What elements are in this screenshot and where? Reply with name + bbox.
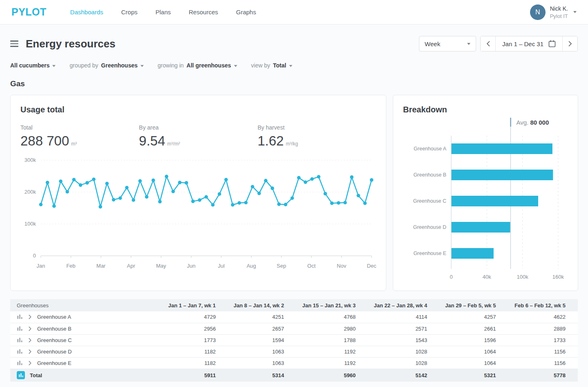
calendar-icon <box>548 40 556 47</box>
chevron-right-icon[interactable] <box>28 327 32 331</box>
breakdown-card: Breakdown 040k100k160kAvg. 80 000Greenho… <box>393 95 578 291</box>
period-select[interactable]: Week <box>419 36 476 51</box>
table-col-header-week-2: Jan 8 – Jan 14, wk 2 <box>221 299 290 311</box>
chevron-right-icon[interactable] <box>28 361 32 365</box>
stat-label: By area <box>139 124 257 131</box>
chevron-right-icon[interactable] <box>28 315 32 319</box>
row-label: Total <box>30 372 42 378</box>
svg-text:Greenhouse A: Greenhouse A <box>414 146 447 152</box>
nav-item-dashboards[interactable]: Dashboards <box>70 9 103 16</box>
stat-by-harvest: By harvest1.62m³/kg <box>258 124 376 149</box>
chevron-right-icon[interactable] <box>28 349 32 354</box>
expand-row-icon[interactable] <box>28 315 32 319</box>
next-period-button[interactable] <box>563 36 577 51</box>
table-cell: 2889 <box>501 323 578 334</box>
stat-value: 288 700m³ <box>20 133 139 149</box>
stat-unit: m³ <box>71 141 77 147</box>
table-cell: 4251 <box>221 311 290 323</box>
bar-chart-icon[interactable] <box>17 314 23 320</box>
stat-label: By harvest <box>258 124 376 131</box>
table-cell-total: 5321 <box>433 369 501 382</box>
growing-in-filter[interactable]: growing inAll greenhouses <box>158 62 237 69</box>
expand-row-icon[interactable] <box>28 327 32 331</box>
date-range-picker: Jan 1 – Dec 31 <box>480 36 578 51</box>
menu-icon[interactable] <box>10 39 18 49</box>
stat-unit: m³/m² <box>167 141 180 147</box>
chevron-down-icon <box>573 11 577 13</box>
row-label: Greenhouse A <box>37 314 71 320</box>
table-cell: 2661 <box>433 323 501 334</box>
chevron-down-icon <box>52 65 56 67</box>
bar-chart-icon[interactable] <box>17 349 23 355</box>
prev-period-button[interactable] <box>481 36 495 51</box>
svg-text:Mar: Mar <box>96 263 106 269</box>
svg-text:Greenhouse D: Greenhouse D <box>413 224 446 230</box>
svg-text:Oct: Oct <box>307 263 316 269</box>
bar-chart-icon[interactable] <box>17 326 23 332</box>
chevron-down-icon <box>289 65 292 67</box>
table-row-total[interactable]: Total591153145960514253215778 <box>10 369 578 382</box>
user-menu[interactable]: N Nick K. Pylot IT <box>530 4 577 20</box>
greenhouses-table: GreenhousesJan 1 – Jan 7, wk 1Jan 8 – Ja… <box>10 299 578 382</box>
expand-row-icon[interactable] <box>28 349 32 354</box>
chevron-right-icon <box>568 41 572 47</box>
expand-row-icon[interactable] <box>28 361 32 365</box>
date-range-button[interactable]: Jan 1 – Dec 31 <box>495 36 563 51</box>
stat-value: 1.62m³/kg <box>258 133 376 149</box>
nav-item-crops[interactable]: Crops <box>121 9 138 16</box>
table-cell: 1182 <box>156 357 221 369</box>
nav-item-plans[interactable]: Plans <box>156 9 171 16</box>
svg-text:Jul: Jul <box>218 263 225 269</box>
bar-chart-icon <box>17 326 23 332</box>
table-col-header-week-1: Jan 1 – Jan 7, wk 1 <box>156 299 221 311</box>
table-row-greenhouse-d[interactable]: Greenhouse D118210631192102810641156 <box>10 346 578 357</box>
svg-text:May: May <box>156 263 166 269</box>
table-cell: 1156 <box>501 346 578 357</box>
table-header: GreenhousesJan 1 – Jan 7, wk 1Jan 8 – Ja… <box>10 299 578 311</box>
table-col-header-week-6: Feb 6 – Feb 12, wk 5 <box>501 299 578 311</box>
table-cell-total: 5142 <box>361 369 433 382</box>
user-name: Nick K. <box>550 5 568 13</box>
stat-unit: m³/kg <box>286 141 298 147</box>
user-org: Pylot IT <box>550 13 568 20</box>
table-cell-total: 5911 <box>156 369 221 382</box>
bar-chart-icon <box>17 337 23 343</box>
table-row-greenhouse-e[interactable]: Greenhouse E118210631192102810641156 <box>10 357 578 369</box>
view-by-filter[interactable]: view byTotal <box>251 62 292 69</box>
chevron-down-icon <box>234 65 237 67</box>
table-cell: 1788 <box>290 334 361 346</box>
chevron-right-icon[interactable] <box>28 338 32 342</box>
bar-chart-icon[interactable] <box>17 360 23 366</box>
pylot-logo[interactable]: PYLOT <box>11 6 47 18</box>
top-nav: PYLOT DashboardsCropsPlansResourcesGraph… <box>0 0 588 25</box>
usage-line-chart: 0100k200k300kJanFebMarAprMayJunJulAugSep… <box>20 153 377 275</box>
table-cell: 1594 <box>221 334 290 346</box>
bar-chart-icon[interactable] <box>17 337 23 343</box>
table-row-greenhouse-c[interactable]: Greenhouse C177315941788154315961733 <box>10 334 578 346</box>
table-row-greenhouse-b[interactable]: Greenhouse B295626572980257126612889 <box>10 323 578 334</box>
table-cell: 1543 <box>361 334 433 346</box>
table-cell: 1156 <box>501 357 578 369</box>
nav-item-graphs[interactable]: Graphs <box>236 9 256 16</box>
svg-text:Sep: Sep <box>277 263 286 269</box>
crop-filter[interactable]: All cucumbers <box>10 62 56 69</box>
chevron-down-icon <box>140 65 144 67</box>
svg-text:Jun: Jun <box>187 263 196 269</box>
svg-text:Apr: Apr <box>127 263 136 269</box>
bar-chart-icon-total[interactable] <box>17 371 25 379</box>
svg-text:160k: 160k <box>552 274 564 280</box>
nav-item-resources[interactable]: Resources <box>189 9 218 16</box>
table-cell: 1773 <box>156 334 221 346</box>
table-row-greenhouse-a[interactable]: Greenhouse A472942514768411442574622 <box>10 311 578 323</box>
svg-text:0: 0 <box>450 274 452 280</box>
table-cell: 1028 <box>361 357 433 369</box>
svg-text:300k: 300k <box>24 157 36 163</box>
svg-text:Jan: Jan <box>37 263 45 269</box>
svg-text:Dec: Dec <box>367 263 376 269</box>
expand-row-icon[interactable] <box>28 338 32 342</box>
avatar[interactable]: N <box>530 4 546 20</box>
table-cell: 4114 <box>361 311 433 323</box>
bar-chart-icon <box>17 360 23 366</box>
table-cell: 4729 <box>156 311 221 323</box>
grouped-by-filter[interactable]: grouped byGreenhouses <box>69 62 144 69</box>
